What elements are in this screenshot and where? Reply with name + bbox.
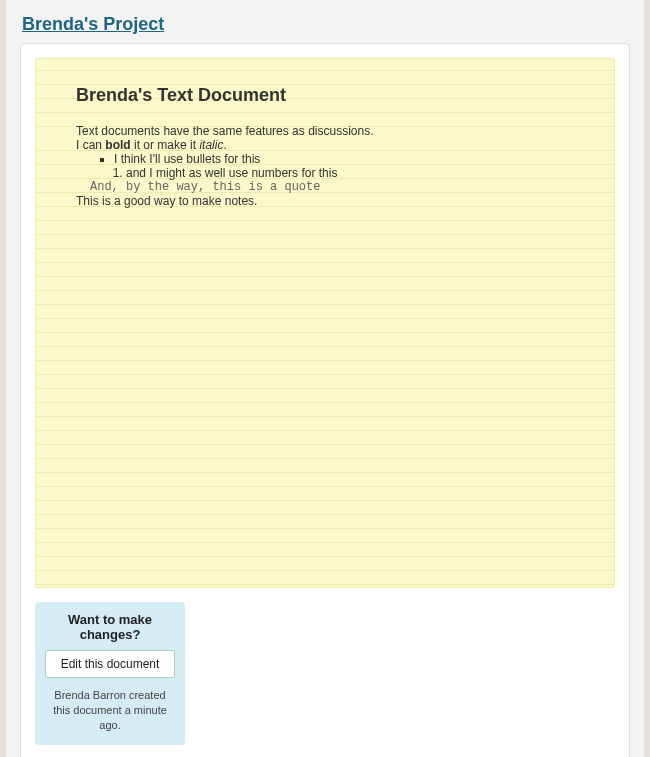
changes-panel: Want to make changes? Edit this document… — [35, 602, 185, 745]
closing-line: This is a good way to make notes. — [76, 194, 592, 208]
project-title-link[interactable]: Brenda's Project — [22, 14, 164, 35]
text-document-note: Brenda's Text Document Text documents ha… — [35, 58, 615, 588]
document-sheet: Brenda's Text Document Text documents ha… — [20, 43, 630, 757]
bullet-item: I think I'll use bullets for this — [114, 152, 592, 166]
changes-heading: Want to make changes? — [45, 612, 175, 642]
document-intro: Text documents have the same features as… — [76, 124, 592, 138]
text-fragment: . — [223, 138, 226, 152]
document-format-line: I can bold it or make it italic. — [76, 138, 592, 152]
quote-line: And, by the way, this is a quote — [76, 180, 592, 194]
text-fragment: it or make it — [131, 138, 200, 152]
text-fragment: I can — [76, 138, 105, 152]
created-meta: Brenda Barron created this document a mi… — [45, 688, 175, 733]
bold-sample: bold — [105, 138, 130, 152]
italic-sample: italic — [199, 138, 223, 152]
document-title: Brenda's Text Document — [76, 85, 592, 106]
numbered-item: and I might as well use numbers for this — [126, 166, 592, 180]
edit-document-button[interactable]: Edit this document — [45, 650, 175, 678]
